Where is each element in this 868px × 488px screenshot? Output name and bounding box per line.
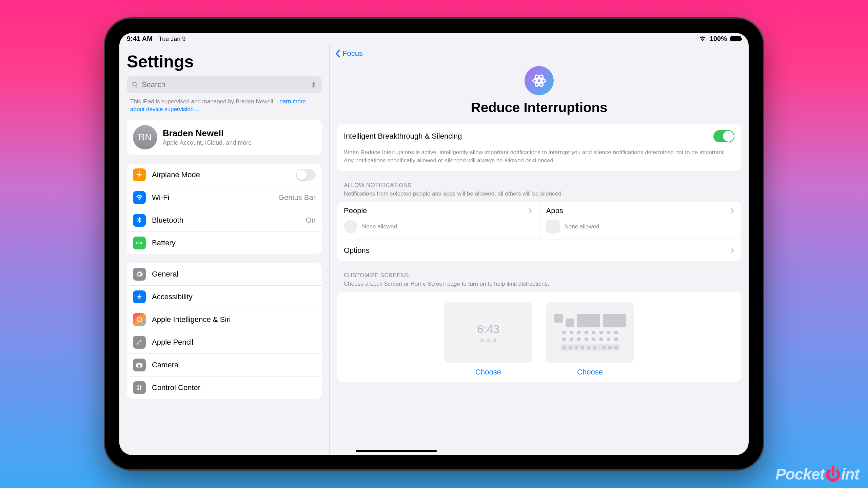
sidebar-item-airplane[interactable]: Airplane Mode [127,164,322,186]
detail-pane: Focus Reduce Interruptions Intelligent B… [330,44,749,455]
wifi-settings-icon [133,191,146,204]
mic-icon[interactable] [310,81,317,88]
status-bar: 9:41 AM Tue Jan 9 100% [119,33,749,44]
lock-screen-thumbnail: 6:43 [444,302,532,363]
choose-home-screen-button[interactable]: Choose [577,368,603,377]
watermark: Pocket⏻int [775,465,859,483]
intelligent-toggle-row[interactable]: Intelligent Breakthrough & Silencing [337,124,741,148]
sidebar-item-control-center[interactable]: Control Center [127,376,322,399]
app-placeholder-icon [546,220,560,233]
sidebar-item-accessibility[interactable]: Accessibility [127,285,322,308]
options-row[interactable]: Options [337,240,741,261]
chevron-right-icon [730,208,734,214]
home-screen-thumbnail [546,302,634,363]
apple-intelligence-icon [133,313,146,326]
search-field[interactable] [127,76,322,93]
choose-lock-screen-button[interactable]: Choose [475,368,501,377]
settings-title: Settings [127,52,322,72]
customize-screens-section: 6:43 Choose Choo [337,292,741,382]
settings-sidebar: Settings This iPad is supervised and man… [119,44,330,455]
screen: 9:41 AM Tue Jan 9 100% Settings This iPa… [119,33,749,455]
home-indicator[interactable] [356,450,437,452]
sidebar-group-connectivity: Airplane Mode Wi-Fi Genius Bar Bluetooth… [127,164,322,254]
page-title: Reduce Interruptions [337,100,741,115]
wifi-icon [699,36,706,41]
sidebar-item-general[interactable]: General [127,263,322,285]
supervised-notice: This iPad is supervised and managed by B… [130,98,318,114]
intelligent-toggle-desc: When Reduce Interruptions is active, int… [337,148,741,171]
intelligent-toggle-section: Intelligent Breakthrough & Silencing Whe… [337,124,741,171]
sidebar-item-bluetooth[interactable]: Bluetooth On [127,209,322,231]
allow-notifications-header: ALLOW NOTIFICATIONS Notifications from s… [337,174,741,198]
search-input[interactable] [142,80,307,89]
chevron-right-icon [730,247,734,253]
gear-icon [133,268,146,281]
ipad-frame: 9:41 AM Tue Jan 9 100% Settings This iPa… [105,19,763,469]
profile-name: Braden Newell [163,128,252,139]
chevron-left-icon [335,49,340,58]
bluetooth-icon [133,214,146,227]
sidebar-item-battery[interactable]: Battery [127,231,322,254]
search-icon [132,81,138,88]
svg-point-1 [537,79,541,83]
bluetooth-value: On [306,216,316,225]
person-placeholder-icon [344,220,357,233]
chevron-right-icon [528,208,532,214]
back-button[interactable]: Focus [330,44,749,63]
home-screen-option[interactable]: Choose [546,302,634,377]
sidebar-item-apple-pencil[interactable]: Apple Pencil [127,331,322,353]
airplane-toggle[interactable] [296,169,316,181]
profile-sub: Apple Account, iCloud, and more [163,139,252,146]
lock-screen-dots-icon [480,339,496,342]
svg-point-0 [137,317,142,322]
camera-icon [133,359,146,371]
apps-cell[interactable]: Apps None allowed [539,202,742,240]
battery-icon [730,36,741,41]
accessibility-icon [133,290,146,303]
profile-card[interactable]: BN Braden Newell Apple Account, iCloud, … [127,120,322,155]
battery-percent: 100% [710,35,727,43]
status-date: Tue Jan 9 [159,36,185,43]
control-center-icon [133,381,146,394]
customize-screens-header: CUSTOMIZE SCREENS Choose a Lock Screen o… [337,264,741,288]
people-cell[interactable]: People None allowed [337,202,539,240]
sidebar-item-camera[interactable]: Camera [127,353,322,376]
status-time: 9:41 AM [127,35,153,43]
intelligent-toggle[interactable] [713,130,734,142]
allow-notifications-section: People None allowed Apps None allowed Op… [337,202,741,261]
avatar: BN [133,125,157,149]
sidebar-item-apple-intelligence[interactable]: Apple Intelligence & Siri [127,308,322,331]
sidebar-group-general: General Accessibility Apple Intelligence… [127,263,322,399]
focus-mode-icon [525,66,554,95]
lock-screen-option[interactable]: 6:43 Choose [444,302,532,377]
sidebar-item-wifi[interactable]: Wi-Fi Genius Bar [127,186,322,209]
airplane-icon [133,168,146,181]
wifi-value: Genius Bar [278,193,316,202]
pencil-icon [133,336,146,349]
battery-settings-icon [133,237,146,249]
